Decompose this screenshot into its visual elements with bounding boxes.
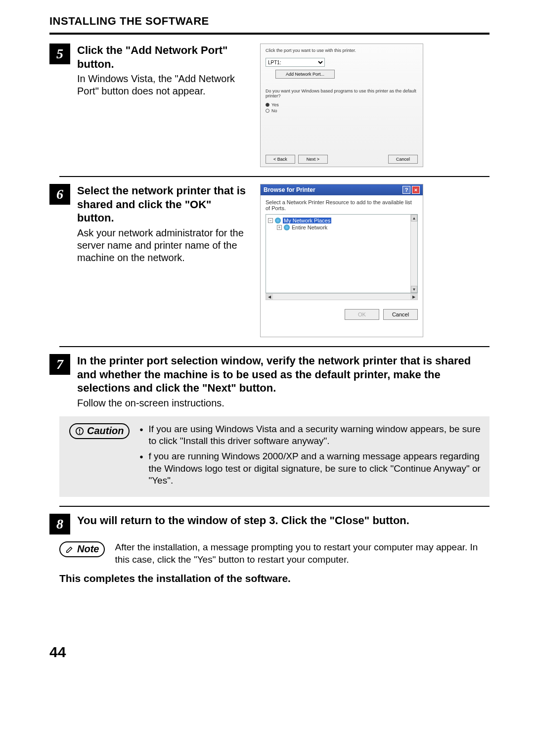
tree-node-root[interactable]: − My Network Places bbox=[268, 218, 415, 223]
horizontal-scrollbar[interactable]: ◀ ▶ bbox=[266, 293, 418, 300]
step-6-screenshot-col: Browse for Printer ? × Select a Network … bbox=[260, 184, 423, 337]
dialog-footer: < Back Next > Cancel bbox=[266, 155, 418, 164]
step-8-row: 8 You will return to the window of step … bbox=[49, 514, 490, 534]
caution-icon bbox=[75, 427, 84, 436]
caution-list: If you are using Windows Vista and a sec… bbox=[139, 423, 482, 490]
caution-label: Caution bbox=[87, 425, 124, 437]
tree-root-label: My Network Places bbox=[283, 218, 331, 223]
tree-child-label: Entire Network bbox=[292, 224, 327, 230]
svg-point-2 bbox=[79, 432, 81, 434]
dialog-titlebar: Browse for Printer ? × bbox=[261, 184, 423, 195]
step-6-text: Select the network printer that is share… bbox=[77, 184, 260, 264]
cancel-button[interactable]: Cancel bbox=[383, 309, 418, 320]
section-divider bbox=[49, 33, 490, 35]
step-5-body: In Windows Vista, the "Add Network Port"… bbox=[77, 73, 251, 97]
dialog-title: Browse for Printer bbox=[264, 186, 315, 193]
dialog-body: Select a Network Printer Resource to add… bbox=[261, 195, 423, 304]
help-icon[interactable]: ? bbox=[402, 186, 410, 194]
note-row: Note After the installation, a message p… bbox=[59, 541, 490, 566]
scroll-right-icon[interactable]: ▶ bbox=[410, 294, 417, 300]
dialog-prompt: Click the port you want to use with this… bbox=[266, 48, 418, 53]
step-8-text: You will return to the window of step 3.… bbox=[77, 514, 490, 530]
step-6-row: 6 Select the network printer that is sha… bbox=[49, 184, 490, 337]
port-selection-dialog: Click the port you want to use with this… bbox=[260, 44, 423, 167]
step-5-screenshot-col: Click the port you want to use with this… bbox=[260, 44, 423, 167]
cancel-button[interactable]: Cancel bbox=[388, 155, 418, 164]
step-5-text: Click the "Add Network Port" button. In … bbox=[77, 44, 260, 97]
step-6-title: Select the network printer that is share… bbox=[77, 184, 251, 225]
scroll-up-icon[interactable]: ▲ bbox=[411, 215, 417, 222]
radio-yes-label: Yes bbox=[271, 102, 279, 107]
note-text: After the installation, a message prompt… bbox=[115, 541, 490, 566]
port-select[interactable]: LPT1: bbox=[266, 58, 325, 67]
back-button[interactable]: < Back bbox=[266, 155, 295, 164]
scroll-down-icon[interactable]: ▼ bbox=[411, 286, 417, 293]
pencil-icon bbox=[65, 545, 74, 554]
collapse-icon[interactable]: − bbox=[268, 218, 273, 223]
tree-node-child[interactable]: + Entire Network bbox=[277, 224, 415, 230]
browse-printer-dialog: Browse for Printer ? × Select a Network … bbox=[260, 184, 423, 337]
step-7-body: Follow the on-screen instructions. bbox=[77, 397, 481, 409]
step-7-text: In the printer port selection window, ve… bbox=[77, 354, 490, 409]
close-icon[interactable]: × bbox=[412, 186, 420, 194]
note-label: Note bbox=[77, 543, 99, 555]
dialog-instruction: Select a Network Printer Resource to add… bbox=[266, 199, 418, 211]
printer-tree[interactable]: − My Network Places + Entire Network ▲ bbox=[266, 214, 418, 293]
step-number-6: 6 bbox=[49, 184, 70, 205]
default-printer-question: Do you want your Windows based programs … bbox=[266, 89, 418, 98]
entire-network-icon bbox=[284, 224, 290, 230]
caution-item: f you are running Windows 2000/XP and a … bbox=[139, 450, 482, 487]
ok-button[interactable]: OK bbox=[345, 309, 379, 320]
browse-dialog-footer: OK Cancel bbox=[261, 304, 423, 325]
expand-icon[interactable]: + bbox=[277, 225, 282, 230]
step-divider bbox=[59, 506, 490, 507]
step-number-5: 5 bbox=[49, 44, 70, 64]
radio-no-row[interactable]: No bbox=[266, 108, 418, 113]
step-divider bbox=[59, 176, 490, 177]
vertical-scrollbar[interactable]: ▲ ▼ bbox=[410, 215, 417, 293]
page-number: 44 bbox=[49, 644, 490, 661]
scroll-left-icon[interactable]: ◀ bbox=[266, 294, 273, 300]
step-7-title: In the printer port selection window, ve… bbox=[77, 354, 481, 395]
add-network-port-button[interactable]: Add Network Port... bbox=[275, 70, 335, 79]
conclusion-text: This completes the installation of the s… bbox=[59, 573, 490, 584]
step-6-body: Ask your network administrator for the s… bbox=[77, 227, 251, 264]
step-7-row: 7 In the printer port selection window, … bbox=[49, 354, 490, 409]
note-badge: Note bbox=[59, 541, 105, 557]
next-button[interactable]: Next > bbox=[298, 155, 328, 164]
caution-item: If you are using Windows Vista and a sec… bbox=[139, 423, 482, 447]
step-8-title: You will return to the window of step 3.… bbox=[77, 514, 481, 528]
titlebar-icons: ? × bbox=[402, 186, 420, 194]
network-places-icon bbox=[275, 218, 281, 223]
step-divider bbox=[59, 346, 490, 347]
section-title: INSTALLING THE SOFTWARE bbox=[49, 15, 490, 28]
port-field-row: LPT1: bbox=[266, 58, 418, 67]
manual-page: INSTALLING THE SOFTWARE 5 Click the "Add… bbox=[0, 0, 534, 675]
radio-no-icon bbox=[266, 109, 269, 113]
step-5-title: Click the "Add Network Port" button. bbox=[77, 44, 251, 71]
step-number-7: 7 bbox=[49, 354, 70, 375]
step-5-row: 5 Click the "Add Network Port" button. I… bbox=[49, 44, 490, 167]
radio-no-label: No bbox=[271, 108, 277, 113]
caution-badge: Caution bbox=[69, 423, 130, 439]
step-number-8: 8 bbox=[49, 514, 70, 534]
caution-callout: Caution If you are using Windows Vista a… bbox=[59, 416, 490, 497]
radio-yes-icon bbox=[266, 103, 269, 107]
radio-yes-row[interactable]: Yes bbox=[266, 102, 418, 107]
